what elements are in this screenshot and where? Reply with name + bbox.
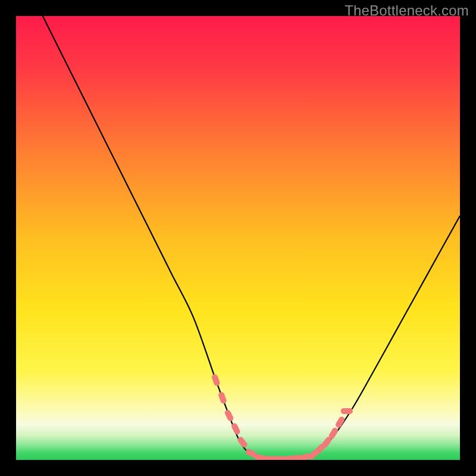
watermark-text: TheBottleneck.com xyxy=(345,2,469,19)
chart-frame: TheBottleneck.com xyxy=(0,0,476,476)
bottleneck-chart xyxy=(16,16,460,460)
gradient-background xyxy=(16,16,460,460)
curve-marker xyxy=(341,408,353,414)
